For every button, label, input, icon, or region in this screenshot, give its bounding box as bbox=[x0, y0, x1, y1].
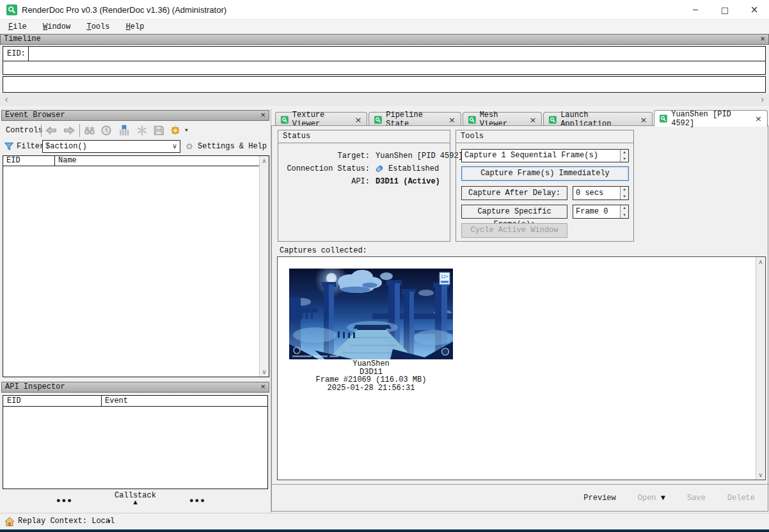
title-bar: RenderDoc Pro v0.3 (RenderDoc v1.36) (Ad… bbox=[0, 0, 769, 20]
event-browser-header[interactable]: Event Browser × bbox=[1, 110, 269, 121]
save-icon[interactable] bbox=[153, 125, 164, 136]
tab-label[interactable]: YuanShen [PID 4592] bbox=[671, 110, 751, 128]
captures-list[interactable]: 12+ YuanShen D3D11 Frame #21069 (116.03 … bbox=[277, 256, 766, 480]
tab-yuanshen-capture[interactable]: YuanShen [PID 4592] × bbox=[654, 110, 768, 127]
spin-down-icon[interactable]: ▼ bbox=[621, 156, 628, 162]
find-icon[interactable] bbox=[84, 125, 95, 136]
capture-thumbnail[interactable]: 12+ bbox=[289, 269, 453, 359]
tab-texture-viewer[interactable]: Texture Viewer × bbox=[275, 112, 367, 127]
api-inspector-column-header[interactable]: EID Event bbox=[3, 396, 267, 407]
timeline-header[interactable]: Timeline × bbox=[0, 34, 769, 45]
bookmark-chart-icon[interactable] bbox=[118, 125, 130, 136]
scroll-down-icon[interactable]: ∨ bbox=[756, 471, 765, 478]
maximize-button[interactable]: □ bbox=[710, 0, 740, 20]
delay-spinner[interactable]: 0 secs ▲▼ bbox=[573, 186, 629, 200]
bookmark-dropdown-icon[interactable]: ▼ bbox=[185, 122, 188, 139]
tab-pipeline-state[interactable]: Pipeline State × bbox=[369, 112, 461, 127]
spinner-buttons[interactable]: ▲▼ bbox=[620, 205, 628, 218]
captures-scrollbar[interactable]: ∧ ∨ bbox=[756, 257, 765, 480]
replay-context-label[interactable]: Replay Context: Local bbox=[18, 513, 115, 529]
settings-help-link[interactable]: Settings & Help bbox=[198, 139, 267, 154]
scroll-up-icon[interactable]: ∧ bbox=[260, 157, 269, 164]
controls-label: Controls bbox=[6, 122, 43, 139]
api-inspector-header[interactable]: API Inspector × bbox=[1, 382, 269, 393]
timeline-scroll-right-icon[interactable]: › bbox=[760, 93, 765, 106]
api-inspector-close-icon[interactable]: × bbox=[260, 382, 266, 392]
timeline-scrollbar[interactable]: ‹ › bbox=[0, 93, 769, 106]
connection-status-label: Connection Status: bbox=[278, 162, 370, 175]
settings-gear-icon[interactable] bbox=[184, 141, 194, 152]
open-dropdown-icon[interactable]: ▼ bbox=[661, 494, 665, 503]
tab-mesh-viewer[interactable]: Mesh Viewer × bbox=[463, 112, 542, 127]
save-button[interactable]: Save bbox=[687, 494, 706, 503]
open-button[interactable]: Open bbox=[638, 494, 656, 503]
tab-launch-application[interactable]: Launch Application × bbox=[543, 112, 653, 127]
step-forward-icon[interactable] bbox=[63, 125, 75, 136]
scroll-up-icon[interactable]: ∧ bbox=[756, 258, 765, 265]
spin-up-icon[interactable]: ▲ bbox=[621, 187, 628, 192]
capture-immediately-button[interactable]: Capture Frame(s) Immediately bbox=[461, 166, 629, 181]
column-name[interactable]: Name bbox=[58, 156, 77, 166]
dock-area: Texture Viewer × Pipeline State × Mesh V… bbox=[271, 109, 769, 513]
column-divider[interactable] bbox=[101, 396, 102, 407]
capture-caption[interactable]: YuanShen D3D11 Frame #21069 (116.03 MB) … bbox=[289, 360, 453, 392]
connection-plug-icon bbox=[374, 164, 384, 174]
tab-close-icon[interactable]: × bbox=[640, 115, 647, 125]
menu-window[interactable]: Window bbox=[37, 20, 76, 34]
menu-help[interactable]: Help bbox=[120, 20, 150, 34]
menu-tools[interactable]: Tools bbox=[81, 20, 115, 34]
spin-down-icon[interactable]: ▼ bbox=[621, 212, 628, 218]
capture-mode-spinner[interactable]: Capture 1 Sequential Frame(s) ▲▼ bbox=[461, 149, 629, 162]
timeline-close-icon[interactable]: × bbox=[760, 35, 765, 44]
captures-collected-label: Captures collected: bbox=[280, 246, 367, 255]
tab-close-icon[interactable]: × bbox=[355, 115, 362, 125]
spin-up-icon[interactable]: ▲ bbox=[621, 205, 628, 211]
capture-after-delay-button[interactable]: Capture After Delay: bbox=[461, 186, 567, 200]
spin-up-icon[interactable]: ▲ bbox=[621, 150, 628, 155]
status-group-title: Status bbox=[278, 130, 450, 143]
column-eid[interactable]: EID bbox=[7, 396, 21, 406]
callstack-bar[interactable]: Callstack ▲ ●●● ●●● bbox=[0, 490, 271, 512]
tab-close-icon[interactable]: × bbox=[529, 115, 536, 125]
specific-frame-spinner[interactable]: Frame 0 ▲▼ bbox=[573, 205, 629, 219]
capture-specific-frames-button[interactable]: Capture Specific Frame(s): bbox=[461, 205, 567, 219]
column-eid[interactable]: EID bbox=[6, 156, 20, 166]
overflow-dots-left[interactable]: ●●● bbox=[56, 497, 73, 505]
event-browser-panel: Event Browser × Controls ▼ Filter $actio… bbox=[0, 109, 271, 382]
filter-combo-arrow-icon[interactable]: ∨ bbox=[172, 141, 177, 152]
timeline-track-lower[interactable] bbox=[3, 76, 766, 93]
callstack-expand-icon[interactable]: ▲ bbox=[0, 499, 271, 506]
timeline-track[interactable]: EID: bbox=[3, 46, 766, 75]
replay-context-dropdown-icon[interactable]: ▼ bbox=[107, 513, 111, 529]
home-icon[interactable] bbox=[4, 517, 15, 527]
filter-combobox[interactable]: $action() ∨ bbox=[42, 140, 180, 153]
target-label: Target: bbox=[278, 150, 370, 162]
timing-icon[interactable] bbox=[100, 125, 112, 136]
column-event[interactable]: Event bbox=[105, 396, 128, 406]
tab-close-icon[interactable]: × bbox=[755, 114, 762, 123]
column-divider[interactable] bbox=[54, 156, 55, 166]
minimize-button[interactable]: ─ bbox=[681, 0, 710, 20]
timeline-scroll-left-icon[interactable]: ‹ bbox=[4, 93, 9, 106]
event-browser-scrollbar[interactable]: ∧ ∨ bbox=[259, 156, 269, 377]
step-back-icon[interactable] bbox=[45, 125, 57, 136]
spin-down-icon[interactable]: ▼ bbox=[621, 194, 628, 199]
options-snowflake-icon[interactable] bbox=[136, 125, 148, 136]
event-browser-close-icon[interactable]: × bbox=[260, 111, 266, 120]
tab-close-icon[interactable]: × bbox=[448, 115, 456, 125]
preview-button[interactable]: Preview bbox=[583, 494, 615, 503]
spinner-buttons[interactable]: ▲▼ bbox=[620, 187, 628, 199]
renderdoc-tab-icon bbox=[660, 114, 667, 123]
menu-file[interactable]: File bbox=[3, 20, 33, 34]
event-browser-title: Event Browser bbox=[5, 111, 65, 120]
bookmark-star-icon[interactable] bbox=[170, 125, 181, 136]
window-title: RenderDoc Pro v0.3 (RenderDoc v1.36) (Ad… bbox=[22, 0, 226, 20]
spinner-buttons[interactable]: ▲▼ bbox=[620, 150, 628, 162]
overflow-dots-right[interactable]: ●●● bbox=[189, 497, 206, 505]
event-browser-list[interactable]: EID Name ∧ ∨ bbox=[3, 155, 269, 377]
delete-button[interactable]: Delete bbox=[727, 494, 755, 503]
event-browser-column-header[interactable]: EID Name bbox=[3, 156, 269, 166]
close-button[interactable]: × bbox=[740, 0, 769, 20]
scroll-down-icon[interactable]: ∨ bbox=[260, 368, 269, 375]
api-inspector-list[interactable]: EID Event bbox=[3, 395, 268, 489]
